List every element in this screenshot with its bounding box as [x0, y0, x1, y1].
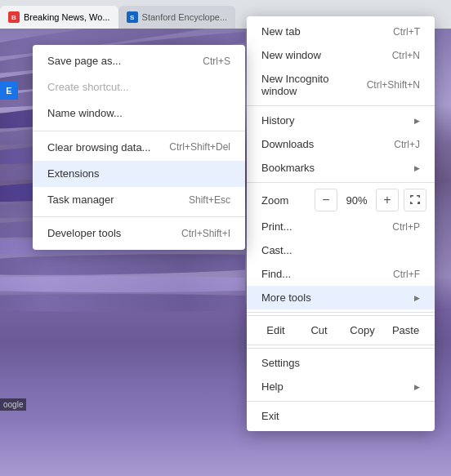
clear-browsing-label: Clear browsing data...: [47, 140, 150, 155]
menu-cast[interactable]: Cast...: [247, 238, 435, 262]
left-sep-2: [33, 216, 245, 217]
chrome-main-menu: New tab Ctrl+T New window Ctrl+N New Inc…: [247, 16, 435, 431]
print-shortcut: Ctrl+P: [392, 221, 420, 233]
menu-new-window[interactable]: New window Ctrl+N: [247, 43, 435, 67]
menu-name-window[interactable]: Name window...: [33, 100, 245, 127]
clear-browsing-shortcut: Ctrl+Shift+Del: [169, 140, 230, 154]
menu-task-manager[interactable]: Task manager Shift+Esc: [33, 187, 245, 213]
downloads-shortcut: Ctrl+J: [394, 139, 420, 150]
fullscreen-icon: [409, 194, 421, 206]
menu-help[interactable]: Help: [247, 375, 435, 398]
help-label: Help: [261, 380, 284, 393]
name-window-label: Name window...: [47, 106, 123, 121]
right-sep-5: [247, 401, 435, 402]
settings-label: Settings: [261, 357, 300, 369]
more-tools-label: More tools: [261, 291, 311, 304]
history-label: History: [261, 114, 294, 127]
menu-history[interactable]: History: [247, 109, 435, 132]
edit-row: Edit Cut Copy Paste: [247, 315, 435, 345]
save-page-shortcut: Ctrl+S: [203, 55, 230, 69]
create-shortcut-label: Create shortcut...: [47, 80, 129, 95]
menu-create-shortcut[interactable]: Create shortcut...: [33, 74, 245, 100]
tab-2[interactable]: S Stanford Encyclope...: [118, 6, 236, 29]
zoom-decrease-button[interactable]: −: [315, 189, 337, 211]
new-window-label: New window: [261, 49, 321, 61]
new-tab-shortcut: Ctrl+T: [393, 26, 420, 38]
menu-print[interactable]: Print... Ctrl+P: [247, 215, 435, 238]
menu-new-incognito[interactable]: New Incognito window Ctrl+Shift+N: [247, 67, 435, 103]
tab2-favicon: S: [127, 11, 138, 23]
menu-bookmarks[interactable]: Bookmarks: [247, 156, 435, 180]
left-sep-1: [33, 131, 245, 131]
menu-extensions[interactable]: Extensions: [33, 161, 245, 187]
tab-1[interactable]: B Breaking News, Wo...: [0, 6, 118, 29]
downloads-label: Downloads: [261, 138, 314, 150]
more-tools-submenu: Save page as... Ctrl+S Create shortcut..…: [33, 45, 245, 250]
dev-tools-label: Developer tools: [47, 226, 121, 241]
cut-button[interactable]: Cut: [298, 319, 340, 341]
task-manager-label: Task manager: [47, 193, 114, 207]
copy-button[interactable]: Copy: [342, 319, 383, 341]
find-shortcut: Ctrl+F: [393, 269, 420, 280]
zoom-increase-button[interactable]: +: [376, 189, 399, 211]
menu-save-page[interactable]: Save page as... Ctrl+S: [33, 48, 245, 74]
tab2-title: Stanford Encyclope...: [142, 12, 228, 22]
new-tab-label: New tab: [261, 25, 301, 38]
menu-developer-tools[interactable]: Developer tools Ctrl+Shift+I: [33, 220, 245, 247]
new-incognito-shortcut: Ctrl+Shift+N: [367, 79, 420, 91]
zoom-control-row: Zoom − 90% +: [247, 185, 435, 215]
paste-button[interactable]: Paste: [385, 319, 426, 341]
right-sep-2: [247, 182, 435, 183]
save-page-label: Save page as...: [47, 54, 121, 69]
new-incognito-label: New Incognito window: [261, 73, 367, 97]
menu-new-tab[interactable]: New tab Ctrl+T: [247, 20, 435, 43]
menu-clear-browsing[interactable]: Clear browsing data... Ctrl+Shift+Del: [33, 135, 245, 161]
bookmarks-label: Bookmarks: [261, 162, 315, 174]
zoom-value: 90%: [342, 194, 371, 207]
extensions-label: Extensions: [47, 167, 100, 181]
menu-more-tools[interactable]: More tools: [247, 286, 435, 309]
bottom-text-badge: oogle: [0, 398, 26, 411]
task-manager-shortcut: Shift+Esc: [189, 194, 230, 207]
menu-downloads[interactable]: Downloads Ctrl+J: [247, 132, 435, 156]
new-window-shortcut: Ctrl+N: [392, 50, 420, 61]
tab1-title: Breaking News, Wo...: [24, 12, 110, 22]
cast-label: Cast...: [261, 244, 292, 256]
print-label: Print...: [261, 220, 292, 233]
menu-settings[interactable]: Settings: [247, 351, 435, 375]
find-label: Find...: [261, 268, 291, 280]
fullscreen-button[interactable]: [404, 189, 426, 211]
zoom-label: Zoom: [255, 194, 310, 207]
right-sep-1: [247, 105, 435, 106]
exit-label: Exit: [261, 410, 279, 422]
menu-exit[interactable]: Exit: [247, 404, 435, 428]
tab1-favicon: B: [8, 11, 20, 23]
menu-find[interactable]: Find... Ctrl+F: [247, 262, 435, 286]
right-sep-3: [247, 312, 435, 313]
extension-badge: E: [0, 82, 18, 100]
edit-button[interactable]: Edit: [255, 319, 297, 341]
right-sep-4: [247, 348, 435, 349]
dev-tools-shortcut: Ctrl+Shift+I: [181, 227, 230, 241]
